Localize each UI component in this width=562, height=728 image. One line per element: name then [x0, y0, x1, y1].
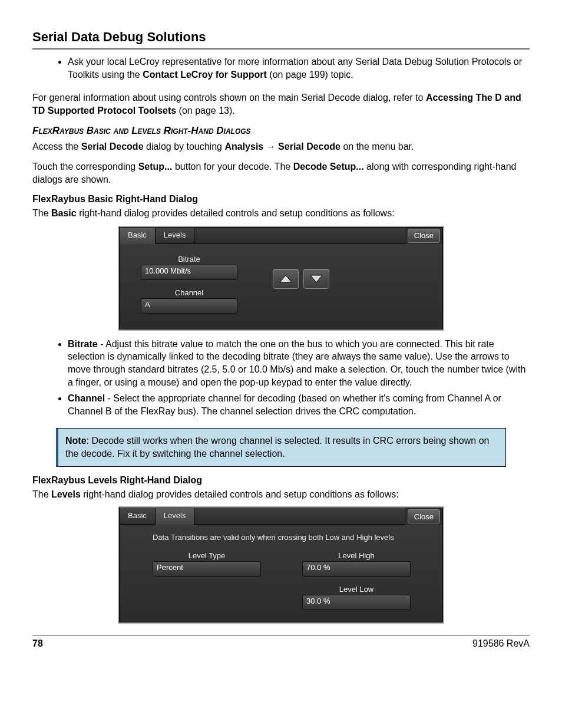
tab-levels-2[interactable]: Levels: [156, 508, 195, 525]
close-button-2[interactable]: Close: [408, 509, 440, 523]
bitrate-input[interactable]: 10.000 Mbit/s: [141, 265, 237, 280]
tab-basic-2[interactable]: Basic: [120, 508, 156, 525]
acc-a: Access the: [32, 141, 81, 151]
tab-spacer-2: [194, 508, 405, 525]
acc-b: Serial Decode: [81, 141, 144, 151]
svg-marker-1: [310, 275, 322, 282]
geninfo-suffix: (on page 13).: [176, 106, 235, 116]
level-type-label: Level Type: [153, 551, 261, 560]
levels-dialog-intro: The Levels right-hand dialog provides de…: [32, 488, 530, 501]
acc-e: on the menu bar.: [340, 141, 414, 151]
tab-spacer: [194, 228, 405, 244]
svg-marker-0: [280, 275, 292, 282]
channel-input[interactable]: A: [141, 298, 237, 314]
level-type-group: Level Type Percent: [153, 551, 261, 610]
intro-text-suffix: (on page 199) topic.: [267, 70, 353, 80]
geninfo-prefix: For general information about using cont…: [32, 93, 426, 103]
section-heading-basic-levels: FlexRaybus Basic and Levels Right-Hand D…: [32, 125, 530, 137]
levels-dialog-heading: FlexRaybus Levels Right-Hand Dialog: [32, 475, 530, 486]
intro-text-bold: Contact LeCroy for Support: [143, 70, 267, 80]
page-number: 78: [32, 638, 43, 649]
bitrate-bullet-text: - Adjust this bitrate value to match the…: [68, 339, 525, 387]
doc-id: 919586 RevA: [472, 638, 530, 649]
bitrate-bullet-label: Bitrate: [68, 339, 98, 349]
dialog-tabs-2: Basic Levels Close: [120, 508, 442, 525]
level-high-input[interactable]: 70.0 %: [302, 561, 411, 577]
triangle-down-icon: [310, 275, 323, 283]
basic-dialog-intro: The Basic right-hand dialog provides det…: [32, 207, 530, 220]
ldi-c: right-hand dialog provides detailed cont…: [81, 489, 399, 499]
channel-bullet-label: Channel: [68, 393, 105, 403]
ldi-a: The: [32, 489, 51, 499]
channel-group: Channel A: [141, 288, 237, 314]
set-d: Decode Setup...: [293, 162, 364, 172]
set-c: button for your decode. The: [172, 162, 293, 172]
dialog-body: Bitrate 10.000 Mbit/s Channel A: [120, 244, 442, 329]
page-title: Serial Data Debug Solutions: [32, 29, 530, 45]
close-button[interactable]: Close: [408, 229, 440, 243]
step-down-button[interactable]: [303, 269, 329, 289]
levels-dialog: Basic Levels Close Data Transitions are …: [119, 508, 443, 622]
tab-levels[interactable]: Levels: [156, 228, 195, 244]
access-paragraph: Access the Serial Decode dialog by touch…: [32, 140, 530, 153]
level-type-input[interactable]: Percent: [153, 561, 261, 577]
bdi-b: Basic: [51, 208, 77, 218]
step-buttons: [273, 269, 329, 314]
channel-label: Channel: [141, 288, 237, 297]
level-low-label: Level Low: [302, 585, 411, 594]
acc-c: dialog by touching: [144, 141, 225, 151]
set-a: Touch the corresponding: [32, 162, 138, 172]
title-rule: [32, 48, 530, 50]
note-label: Note: [65, 436, 87, 446]
ldi-b: Levels: [51, 489, 81, 499]
footer-rule: [32, 635, 530, 636]
dialog-body-2: Data Transitions are valid only when cro…: [120, 525, 442, 622]
levels-col-right: Level High 70.0 % Level Low 30.0 %: [302, 551, 411, 610]
level-low-group: Level Low 30.0 %: [302, 585, 411, 610]
bdi-a: The: [32, 208, 51, 218]
controls-bullet-list: Bitrate - Adjust this bitrate value to m…: [32, 338, 530, 418]
step-up-button[interactable]: [273, 269, 299, 289]
general-info-paragraph: For general information about using cont…: [32, 91, 530, 117]
channel-bullet: Channel - Select the appropriate channel…: [68, 392, 530, 417]
level-high-group: Level High 70.0 %: [302, 551, 411, 577]
level-high-label: Level High: [302, 551, 411, 560]
set-b: Setup...: [138, 162, 173, 172]
page-footer: 78 919586 RevA: [32, 638, 530, 649]
dialog-col-left: Bitrate 10.000 Mbit/s Channel A: [141, 255, 237, 314]
levels-row-1: Level Type Percent Level High 70.0 % Lev…: [153, 551, 421, 610]
bdi-c: right-hand dialog provides detailed cont…: [77, 208, 395, 218]
basic-dialog-heading: FlexRaybus Basic Right-Hand Dialog: [32, 194, 530, 205]
level-low-input[interactable]: 30.0 %: [302, 595, 411, 610]
bitrate-label: Bitrate: [141, 255, 237, 263]
bitrate-group: Bitrate 10.000 Mbit/s: [141, 255, 237, 280]
note-text: : Decode still works when the wrong chan…: [65, 436, 489, 459]
note-box: Note: Decode still works when the wrong …: [56, 428, 506, 466]
acc-d: Analysis → Serial Decode: [224, 141, 340, 151]
basic-dialog: Basic Levels Close Bitrate 10.000 Mbit/s…: [119, 227, 443, 330]
tab-basic[interactable]: Basic: [120, 228, 156, 244]
triangle-up-icon: [279, 275, 292, 283]
channel-bullet-text: - Select the appropriate channel for dec…: [68, 393, 501, 416]
intro-bullet-item: Ask your local LeCroy representative for…: [68, 55, 530, 81]
intro-bullet-list: Ask your local LeCroy representative for…: [32, 55, 530, 81]
dialog-tabs: Basic Levels Close: [120, 228, 442, 244]
setup-paragraph: Touch the corresponding Setup... button …: [32, 160, 530, 186]
levels-note-text: Data Transitions are valid only when cro…: [153, 533, 406, 543]
bitrate-bullet: Bitrate - Adjust this bitrate value to m…: [68, 338, 530, 388]
